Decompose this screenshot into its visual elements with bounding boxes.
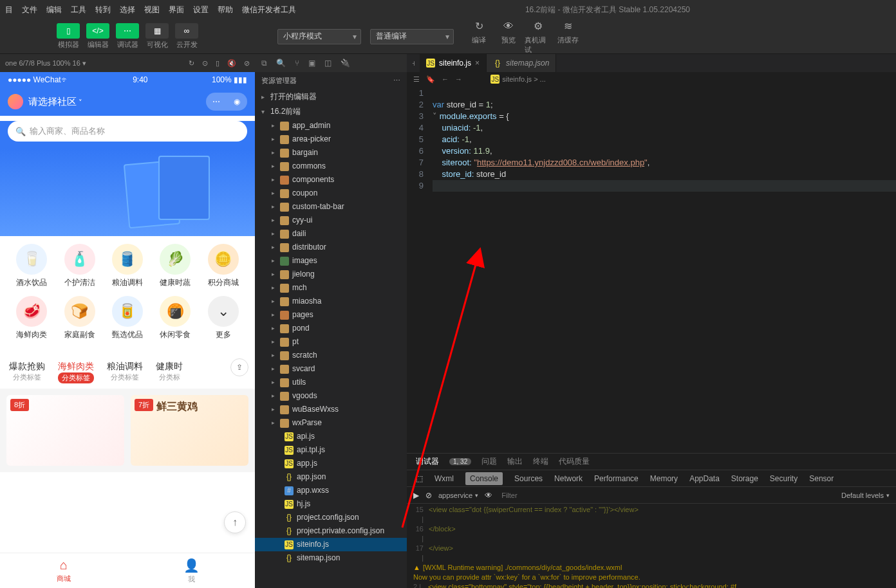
section-project[interactable]: 16.2前端 bbox=[255, 104, 407, 119]
tree-item-mch[interactable]: mch bbox=[255, 281, 407, 295]
section-open-editors[interactable]: 打开的编辑器 bbox=[255, 89, 407, 104]
tree-item-utils[interactable]: utils bbox=[255, 376, 407, 389]
tab-item[interactable]: 海鲜肉类分类标签 bbox=[55, 358, 97, 386]
more-icon[interactable]: ⋯ bbox=[206, 93, 227, 111]
tree-item-daili[interactable]: daili bbox=[255, 227, 407, 241]
menu-item[interactable]: 转到 bbox=[95, 5, 111, 15]
cloud-toggle[interactable]: ∞云开发 bbox=[173, 23, 200, 50]
compile-button[interactable]: ↻编译 bbox=[465, 19, 492, 55]
tree-item-cyy-ui[interactable]: cyy-ui bbox=[255, 214, 407, 227]
category-item[interactable]: 🥫甄选优品 bbox=[112, 296, 143, 340]
tree-item-miaosha[interactable]: miaosha bbox=[255, 295, 407, 308]
files-icon[interactable]: ⧉ bbox=[261, 59, 267, 68]
code[interactable]: var store_id = 1; ˅ module.exports = { u… bbox=[433, 86, 896, 453]
tab-terminal[interactable]: 终端 bbox=[533, 456, 548, 467]
tree-item-app.wxss[interactable]: #app.wxss bbox=[255, 484, 407, 497]
tree-item-vgoods[interactable]: vgoods bbox=[255, 389, 407, 403]
category-item[interactable]: 🪙积分商城 bbox=[208, 244, 239, 288]
tree-item-project.private.config.json[interactable]: {}project.private.config.json bbox=[255, 524, 407, 538]
category-item[interactable]: 🥬健康时蔬 bbox=[160, 244, 191, 288]
forward-icon[interactable]: → bbox=[455, 75, 462, 83]
product-card[interactable]: 8折 bbox=[6, 395, 124, 466]
menu-item[interactable]: 工具 bbox=[71, 5, 86, 15]
tree-item-distributor[interactable]: distributor bbox=[255, 241, 407, 254]
list-icon[interactable]: ☰ bbox=[413, 75, 420, 84]
tree-item-svcard[interactable]: svcard bbox=[255, 362, 407, 376]
levels-select[interactable]: Default levels bbox=[841, 492, 890, 499]
bookmark-icon[interactable]: 🔖 bbox=[426, 75, 435, 84]
inspect-icon[interactable]: ⬚ bbox=[416, 474, 423, 483]
tree-item-siteinfo.js[interactable]: JSsiteinfo.js bbox=[255, 538, 407, 551]
tab-output[interactable]: 输出 bbox=[507, 456, 523, 467]
device-select[interactable]: one 6/7/8 Plus 100% 16 ▾ bbox=[5, 59, 86, 68]
close-icon[interactable]: ◉ bbox=[227, 93, 247, 111]
tab-wxml[interactable]: Wxml bbox=[434, 474, 454, 483]
category-item[interactable]: 🍘休闲零食 bbox=[160, 296, 191, 340]
tab-item[interactable]: 粮油调料分类标签 bbox=[104, 358, 145, 386]
tree-item-app.json[interactable]: {}app.json bbox=[255, 470, 407, 484]
tab-sitemap[interactable]: {} sitemap.json bbox=[487, 54, 556, 72]
tree-item-api.js[interactable]: JSapi.js bbox=[255, 430, 407, 443]
tab-performance[interactable]: Performance bbox=[594, 474, 639, 483]
tree-item-sitemap.json[interactable]: {}sitemap.json bbox=[255, 551, 407, 565]
tree-item-hj.js[interactable]: JShj.js bbox=[255, 497, 407, 511]
tab-memory[interactable]: Memory bbox=[650, 474, 678, 483]
tab-sensor[interactable]: Sensor bbox=[809, 474, 834, 483]
play-icon[interactable]: ▶ bbox=[413, 491, 419, 500]
search-icon[interactable]: 🔍 bbox=[276, 59, 286, 68]
menu-item[interactable]: 设置 bbox=[193, 5, 209, 15]
community-select[interactable]: 请选择社区 bbox=[28, 96, 82, 108]
search-input[interactable]: 🔍 输入商家、商品名称 bbox=[8, 121, 247, 142]
tree-item-wuBaseWxss[interactable]: wuBaseWxss bbox=[255, 403, 407, 416]
mute-icon[interactable]: 🔇 bbox=[227, 59, 236, 68]
visual-toggle[interactable]: ▦可视化 bbox=[144, 23, 171, 50]
compile-select[interactable]: 普通编译 bbox=[370, 29, 454, 44]
category-item[interactable]: ⌄更多 bbox=[208, 296, 239, 340]
clear-icon[interactable]: ⊘ bbox=[425, 491, 432, 500]
phone-preview[interactable]: ●●●●● WeChat⁠ᯤ 9:40 100% ▮▮▮ 请选择社区 ⋯ ◉ 🔍… bbox=[0, 72, 255, 588]
tab-console[interactable]: Console bbox=[465, 472, 503, 485]
git-icon[interactable]: ⑂ bbox=[295, 59, 299, 68]
avatar[interactable] bbox=[8, 94, 23, 109]
tab-appdata[interactable]: AppData bbox=[689, 474, 720, 483]
scope-select[interactable]: appservice bbox=[438, 492, 478, 499]
tab-item[interactable]: 爆款抢购分类标签 bbox=[6, 358, 48, 386]
tab-sources[interactable]: Sources bbox=[514, 474, 543, 483]
tree-item-api.tpl.js[interactable]: JSapi.tpl.js bbox=[255, 443, 407, 457]
tree-item-commons[interactable]: commons bbox=[255, 160, 407, 173]
tree-item-app.js[interactable]: JSapp.js bbox=[255, 457, 407, 470]
phone-icon[interactable]: ▯ bbox=[216, 59, 219, 68]
mode-select[interactable]: 小程序模式 bbox=[277, 29, 361, 44]
tabbar-me[interactable]: 👤我 bbox=[127, 553, 255, 588]
menu-item[interactable]: 编辑 bbox=[46, 5, 62, 15]
tab-network[interactable]: Network bbox=[554, 474, 583, 483]
tab-storage[interactable]: Storage bbox=[731, 474, 758, 483]
simulator-toggle[interactable]: ▯模拟器 bbox=[55, 23, 82, 50]
tab-security[interactable]: Security bbox=[770, 474, 798, 483]
tree-item-app_admin[interactable]: app_admin bbox=[255, 119, 407, 133]
category-item[interactable]: 🥩海鲜肉类 bbox=[16, 296, 47, 340]
menu-item[interactable]: 界面 bbox=[169, 5, 184, 15]
menu-item[interactable]: 文件 bbox=[22, 5, 37, 15]
clear-cache-button[interactable]: ≋清缓存 bbox=[554, 19, 581, 55]
menu-item[interactable]: 微信开发者工具 bbox=[242, 5, 296, 15]
back-icon[interactable]: ← bbox=[442, 75, 449, 83]
menu-item[interactable]: 目 bbox=[5, 5, 13, 15]
editor-toggle[interactable]: </>编辑器 bbox=[84, 23, 111, 50]
tree-item-area-picker[interactable]: area-picker bbox=[255, 133, 407, 146]
tree-item-pages[interactable]: pages bbox=[255, 308, 407, 322]
debugger-toggle[interactable]: ⋯调试器 bbox=[114, 23, 141, 50]
menu-item[interactable]: 视图 bbox=[144, 5, 160, 15]
tabbar-mall[interactable]: ⌂商城 bbox=[0, 553, 127, 588]
plug-icon[interactable]: 🔌 bbox=[341, 59, 350, 68]
tree-item-project.config.json[interactable]: {}project.config.json bbox=[255, 511, 407, 524]
close-icon[interactable]: ⊘ bbox=[244, 59, 250, 68]
tree-item-scratch[interactable]: scratch bbox=[255, 349, 407, 362]
tree-item-bargain[interactable]: bargain bbox=[255, 146, 407, 160]
share-button[interactable]: ⇪ bbox=[230, 358, 248, 376]
menu-item[interactable]: 选择 bbox=[120, 5, 135, 15]
remote-debug-button[interactable]: ⚙真机调试 bbox=[525, 19, 552, 55]
category-item[interactable]: 🧴个护清洁 bbox=[64, 244, 95, 288]
product-card[interactable]: 7折 鲜三黄鸡 bbox=[131, 395, 248, 466]
home-icon[interactable]: ⊙ bbox=[202, 59, 208, 68]
